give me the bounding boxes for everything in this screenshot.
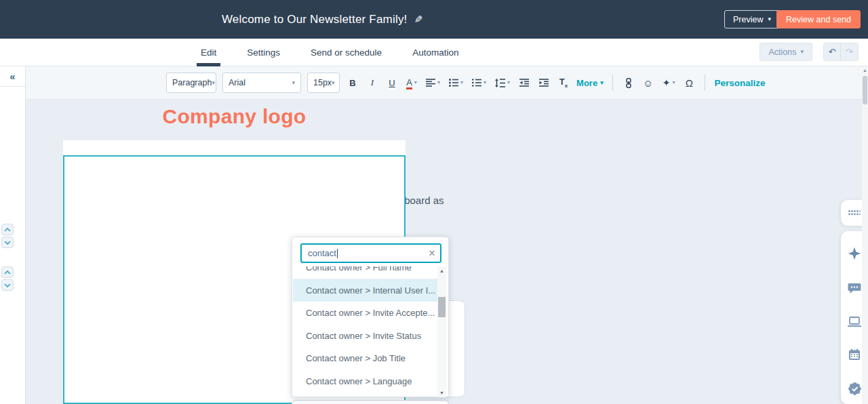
numbered-list-button[interactable]: ▾ — [471, 74, 488, 92]
outdent-icon — [519, 79, 529, 87]
scroll-up-icon[interactable]: ▲ — [862, 68, 868, 73]
italic-button[interactable]: I — [366, 74, 379, 92]
collapse-icon: « — [9, 70, 15, 82]
font-family-value: Arial — [229, 78, 245, 87]
page-scrollbar[interactable]: ▲ — [862, 66, 868, 404]
collapse-sidebar-button[interactable]: « — [0, 66, 25, 87]
emoji-icon: ☺ — [643, 77, 653, 89]
chevron-down-icon: ▾ — [672, 80, 675, 85]
module-move-controls-2 — [1, 266, 14, 291]
tab-send-or-schedule[interactable]: Send or schedule — [307, 39, 386, 66]
special-characters-button[interactable]: Ω — [682, 74, 696, 92]
chevron-up-icon — [4, 270, 11, 275]
sparkle-icon: ✦ — [663, 77, 671, 88]
move-up-button[interactable] — [1, 266, 14, 278]
ai-tools-button[interactable]: ✦ ▾ — [661, 74, 677, 92]
font-family-select[interactable]: Arial ▾ — [222, 73, 301, 93]
chevron-down-icon: ▾ — [212, 80, 215, 86]
insert-link-button[interactable] — [622, 74, 635, 92]
email-module-below-popup — [292, 400, 449, 404]
tab-bar: Edit Settings Send or schedule Automatio… — [0, 39, 868, 66]
bold-button[interactable]: B — [346, 74, 359, 92]
redo-icon: ↷ — [846, 47, 853, 57]
module-move-controls-1 — [1, 224, 14, 248]
scrollbar-thumb[interactable] — [438, 297, 446, 317]
token-search-input[interactable] — [302, 245, 440, 262]
underline-button[interactable]: U — [385, 74, 399, 92]
edit-title-pencil-icon[interactable]: ✎ — [414, 14, 423, 26]
more-button[interactable]: More ▾ — [576, 78, 604, 88]
outdent-button[interactable] — [517, 74, 531, 92]
device-preview-icon — [848, 317, 861, 327]
personalize-button[interactable]: Personalize — [714, 78, 765, 88]
scroll-up-icon[interactable]: ▲ — [437, 266, 446, 275]
more-label: More — [576, 78, 597, 88]
paragraph-style-select[interactable]: Paragraph ▾ — [166, 73, 216, 93]
review-and-send-button[interactable]: Review and send — [776, 10, 861, 28]
chevron-down-icon — [4, 241, 11, 245]
link-icon — [626, 78, 631, 88]
actions-button[interactable]: Actions ▾ — [760, 43, 812, 61]
token-search-box: × — [300, 243, 441, 263]
text-caret — [337, 249, 338, 258]
emoji-button[interactable]: ☺ — [642, 74, 655, 92]
tab-settings[interactable]: Settings — [243, 39, 284, 66]
toolbar-divider — [705, 75, 705, 91]
chevron-up-icon — [4, 228, 11, 232]
tab-automation[interactable]: Automation — [408, 39, 462, 66]
redo-button[interactable]: ↷ — [841, 43, 858, 60]
line-spacing-button[interactable]: ▾ — [494, 74, 511, 92]
scrollbar-thumb[interactable] — [863, 76, 867, 104]
bullet-list-icon — [449, 79, 458, 87]
comments-icon — [848, 283, 861, 295]
company-logo-text[interactable]: Company logo — [63, 105, 406, 128]
chevron-down-icon: ▾ — [414, 80, 417, 85]
numbered-list-icon — [472, 79, 481, 87]
undo-icon: ↶ — [829, 47, 836, 57]
top-bar: Welcome to Our Newsletter Family! ✎ Prev… — [0, 0, 868, 39]
email-title: Welcome to Our Newsletter Family! — [222, 13, 408, 26]
align-button[interactable]: ▾ — [425, 74, 441, 92]
chevron-down-icon: ▾ — [800, 49, 804, 55]
clear-search-icon[interactable]: × — [429, 247, 435, 260]
move-down-button[interactable] — [1, 237, 14, 248]
undo-button[interactable]: ↶ — [824, 43, 841, 60]
token-list-item[interactable]: Contact owner > Invite Accepte... — [293, 302, 438, 325]
scroll-down-icon[interactable]: ▼ — [437, 388, 446, 397]
chevron-down-icon — [4, 283, 11, 287]
token-list: Contact owner > Full name Contact owner … — [293, 266, 438, 397]
omega-icon: Ω — [686, 77, 693, 89]
indent-icon — [539, 79, 549, 87]
actions-label: Actions — [768, 47, 796, 57]
toolbar-divider — [612, 75, 613, 91]
drag-handle-icon — [848, 210, 861, 216]
chevron-down-icon: ▾ — [484, 80, 486, 85]
token-list-item-highlighted[interactable]: Contact owner > Internal User I... — [293, 279, 438, 302]
font-color-button[interactable]: A ▾ — [405, 74, 418, 92]
chevron-down-icon: ▾ — [460, 80, 463, 85]
rich-text-toolbar: Paragraph ▾ Arial ▾ 15px ▾ B I U A ▾ ▾ ▾… — [26, 66, 863, 100]
token-list-item[interactable]: Contact owner > Language — [293, 370, 438, 393]
chevron-down-icon: ▾ — [507, 80, 510, 85]
token-list-item[interactable]: Contact owner > Job Title — [293, 347, 438, 370]
approval-badge-icon — [848, 382, 861, 395]
align-left-icon — [426, 79, 435, 87]
font-size-value: 15px — [313, 78, 332, 87]
email-title-wrap: Welcome to Our Newsletter Family! ✎ — [0, 0, 644, 39]
indent-button[interactable] — [537, 74, 551, 92]
chevron-down-icon: ▾ — [437, 80, 440, 85]
clear-formatting-button[interactable]: Tx — [557, 74, 570, 92]
move-up-button[interactable] — [1, 224, 14, 235]
preview-button[interactable]: Preview ▾ — [724, 10, 780, 28]
token-list-item[interactable]: Contact owner > Full name — [293, 266, 438, 279]
tabs: Edit Settings Send or schedule Automatio… — [197, 39, 462, 66]
token-list-scrollbar[interactable]: ▲ ▼ — [437, 266, 446, 397]
tab-edit[interactable]: Edit — [197, 39, 220, 66]
chevron-down-icon: ▾ — [332, 80, 335, 86]
chevron-down-icon: ▾ — [600, 80, 604, 86]
bullet-list-button[interactable]: ▾ — [448, 74, 465, 92]
token-list-item[interactable]: Contact owner > Invite Status — [293, 325, 438, 348]
font-size-select[interactable]: 15px ▾ — [307, 73, 340, 93]
calendar-icon — [848, 348, 861, 361]
move-down-button[interactable] — [1, 279, 14, 291]
